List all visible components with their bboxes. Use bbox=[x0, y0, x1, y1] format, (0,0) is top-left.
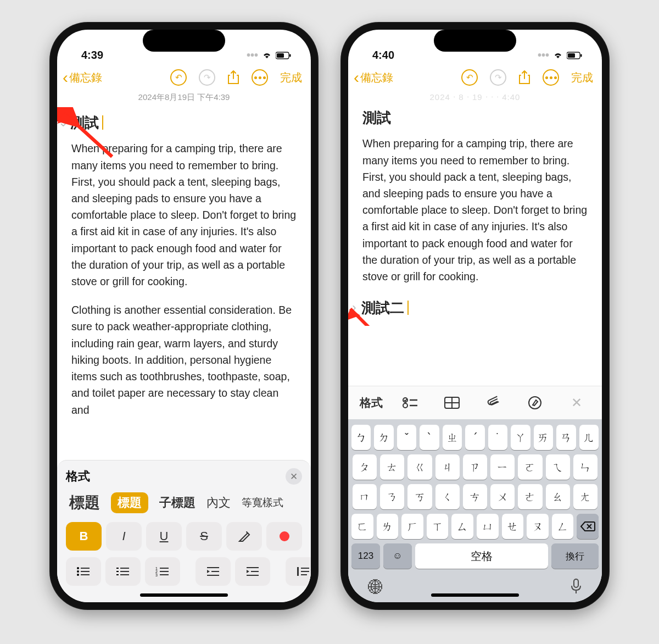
key[interactable]: ㄨ bbox=[490, 484, 515, 509]
done-button[interactable]: 完成 bbox=[280, 70, 302, 85]
note-body[interactable]: ⌄ 測試 When preparing for a camping trip, … bbox=[57, 107, 311, 460]
bullet-list-button[interactable] bbox=[66, 557, 101, 586]
key[interactable]: ㄆ bbox=[353, 454, 377, 480]
indent-button[interactable] bbox=[235, 557, 270, 586]
key[interactable]: ㄐ bbox=[435, 454, 460, 480]
back-label[interactable]: 備忘錄 bbox=[69, 70, 102, 85]
key[interactable]: ㄍ bbox=[407, 454, 432, 480]
undo-button[interactable]: ↶ bbox=[170, 69, 187, 86]
back-button[interactable]: ‹ bbox=[63, 68, 68, 87]
key[interactable]: ㄢ bbox=[556, 425, 576, 450]
key[interactable]: ㄝ bbox=[502, 514, 524, 539]
strike-button[interactable]: S bbox=[186, 522, 222, 551]
home-indicator[interactable] bbox=[431, 593, 519, 597]
markup-button[interactable] bbox=[521, 392, 549, 414]
key[interactable]: ㄞ bbox=[534, 425, 553, 450]
key-row-3: ㄇㄋㄎㄑㄘㄨㄜㄠㄤ bbox=[351, 484, 599, 509]
note-title[interactable]: 測試 bbox=[362, 107, 588, 129]
paragraph-2[interactable]: Clothing is another essential considerat… bbox=[71, 302, 297, 418]
key[interactable]: ㄤ bbox=[573, 484, 597, 509]
key[interactable]: ㄈ bbox=[351, 514, 373, 539]
key[interactable]: ㄡ bbox=[527, 514, 549, 539]
key[interactable]: ˋ bbox=[420, 425, 439, 450]
undo-button[interactable]: ↶ bbox=[461, 69, 478, 86]
title2-text: 測試二 bbox=[361, 297, 404, 319]
chevron-right-icon[interactable]: › bbox=[349, 298, 359, 317]
key[interactable]: ㄋ bbox=[380, 484, 404, 509]
key[interactable]: ㄛ bbox=[518, 454, 542, 480]
key[interactable]: ㄠ bbox=[546, 484, 570, 509]
chevron-down-icon[interactable]: ⌄ bbox=[58, 113, 68, 132]
key-emoji[interactable]: ☺ bbox=[383, 543, 412, 569]
key[interactable]: ˙ bbox=[488, 425, 507, 450]
back-label[interactable]: 備忘錄 bbox=[360, 70, 393, 85]
format-tab[interactable]: 格式 bbox=[360, 392, 383, 414]
numbered-list-button[interactable]: 123 bbox=[145, 557, 180, 586]
blockquote-button[interactable] bbox=[286, 557, 311, 586]
key[interactable]: ㄑ bbox=[435, 484, 460, 509]
style-row[interactable]: 標題 標題 子標題 內文 等寬樣式 bbox=[66, 492, 302, 513]
underline-button[interactable]: U bbox=[146, 522, 182, 551]
key[interactable]: ㄚ bbox=[511, 425, 530, 450]
key[interactable]: ㄓ bbox=[443, 425, 462, 450]
phone-right: 4:40 ••• ‹ 備忘錄 ↶ ↷ 完成 2024 ᐧ 8 ᐧ bbox=[340, 22, 610, 610]
key[interactable]: ㄣ bbox=[573, 454, 597, 480]
style-title[interactable]: 標題 bbox=[69, 492, 100, 513]
note-title-2[interactable]: › 測試二 bbox=[362, 297, 588, 319]
more-button[interactable] bbox=[543, 69, 559, 86]
note-timestamp: 2024 ᐧ 8 ᐧ 19 ᐧ ᐧ ᐧ 4:40 bbox=[348, 92, 602, 102]
key[interactable]: ˊ bbox=[465, 425, 484, 450]
paragraph-1[interactable]: When preparing for a camping trip, there… bbox=[71, 140, 297, 290]
key[interactable]: ㄜ bbox=[518, 484, 542, 509]
style-body[interactable]: 內文 bbox=[206, 495, 231, 511]
note-title[interactable]: ⌄ 測試 bbox=[71, 112, 297, 134]
checklist-button[interactable] bbox=[396, 392, 424, 414]
key[interactable]: ㄎ bbox=[407, 484, 432, 509]
color-button[interactable] bbox=[266, 522, 302, 551]
close-keyboard-button[interactable]: ✕ bbox=[563, 392, 590, 414]
key[interactable]: ㄥ bbox=[552, 514, 574, 539]
key[interactable]: ㄘ bbox=[463, 484, 487, 509]
key[interactable]: ㄧ bbox=[490, 454, 515, 480]
note-body[interactable]: 測試 When preparing for a camping trip, th… bbox=[348, 107, 602, 326]
attach-button[interactable] bbox=[480, 392, 507, 414]
close-button[interactable]: ✕ bbox=[286, 468, 302, 485]
share-button[interactable] bbox=[518, 70, 530, 85]
status-icons: ••• bbox=[247, 49, 291, 62]
key-enter[interactable]: 換行 bbox=[551, 543, 599, 569]
key[interactable]: ㄇ bbox=[353, 484, 377, 509]
key[interactable]: ㄊ bbox=[380, 454, 404, 480]
table-button[interactable] bbox=[438, 392, 466, 414]
outdent-button[interactable] bbox=[196, 557, 231, 586]
paragraph-1[interactable]: When preparing for a camping trip, there… bbox=[362, 135, 588, 285]
highlight-button[interactable] bbox=[226, 522, 262, 551]
key-123[interactable]: 123 bbox=[351, 543, 380, 569]
dash-list-button[interactable] bbox=[105, 557, 141, 586]
style-mono[interactable]: 等寬樣式 bbox=[242, 496, 283, 510]
key-delete[interactable] bbox=[577, 514, 599, 539]
key[interactable]: ㄙ bbox=[451, 514, 473, 539]
key[interactable]: ㄗ bbox=[463, 454, 487, 480]
key[interactable]: ㄒ bbox=[427, 514, 449, 539]
mic-button[interactable] bbox=[570, 579, 582, 597]
style-heading[interactable]: 標題 bbox=[111, 492, 148, 513]
key[interactable]: ˇ bbox=[397, 425, 416, 450]
globe-button[interactable]: 🌐︎ bbox=[368, 579, 383, 597]
key[interactable]: ㄦ bbox=[579, 425, 599, 450]
more-button[interactable] bbox=[252, 69, 268, 86]
key[interactable]: ㄌ bbox=[377, 514, 399, 539]
back-button[interactable]: ‹ bbox=[354, 68, 359, 87]
home-indicator[interactable] bbox=[140, 593, 228, 597]
italic-button[interactable]: I bbox=[106, 522, 142, 551]
key[interactable]: ㄉ bbox=[374, 425, 393, 450]
key-space[interactable]: 空格 bbox=[415, 543, 548, 569]
key[interactable]: ㄟ bbox=[546, 454, 570, 480]
done-button[interactable]: 完成 bbox=[571, 70, 593, 85]
bold-button[interactable]: B bbox=[66, 522, 102, 551]
key[interactable]: ㄩ bbox=[477, 514, 499, 539]
key[interactable]: ㄅ bbox=[351, 425, 371, 450]
notch bbox=[143, 30, 225, 52]
style-subheading[interactable]: 子標題 bbox=[159, 495, 196, 511]
share-button[interactable] bbox=[227, 70, 239, 85]
key[interactable]: ㄏ bbox=[401, 514, 423, 539]
